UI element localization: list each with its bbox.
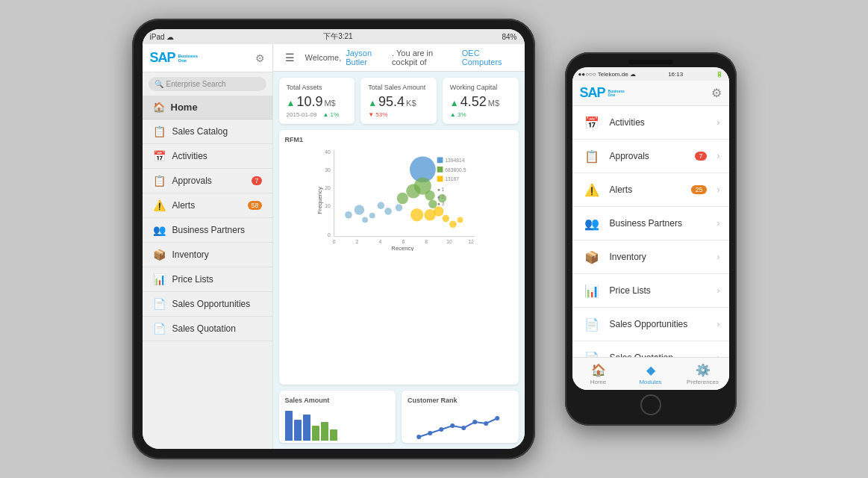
sidebar-item-sales-opp[interactable]: 📄 Sales Opportunities xyxy=(143,292,272,317)
bar-5 xyxy=(321,422,328,441)
hamburger-icon[interactable]: ☰ xyxy=(285,52,295,63)
sidebar-label-inventory: Inventory xyxy=(172,249,209,260)
phone-activities-label: Activities xyxy=(610,117,710,128)
svg-point-21 xyxy=(384,208,392,215)
svg-text:Frequency: Frequency xyxy=(316,187,323,214)
chevron-icon-5: › xyxy=(717,252,720,262)
tablet-status-left: iPad ☁ xyxy=(150,33,175,41)
phone-device: ●●○○○ Telekom.de ☁ 16:13 🔋 SAP Business … xyxy=(565,52,737,426)
tab-modules-icon: ◆ xyxy=(646,363,655,377)
sap-logo-text: SAP xyxy=(150,50,175,66)
svg-text:20: 20 xyxy=(325,185,331,190)
phone-status-right: 🔋 xyxy=(716,71,723,78)
customer-rank-chart xyxy=(408,407,513,444)
sap-logo: SAP Business One xyxy=(150,50,199,66)
company-text: . You are in cockpit of xyxy=(392,49,458,66)
rfm-chart-svg: 40 30 20 10 0 0 2 4 6 8 xyxy=(285,146,513,251)
sidebar-item-home[interactable]: 🏠 Home xyxy=(143,96,272,120)
sidebar-label-sales-catalog: Sales Catalog xyxy=(172,126,228,137)
svg-point-33 xyxy=(442,215,449,223)
kpi-sales-arrow: ▲ xyxy=(368,98,377,108)
sidebar-item-alerts[interactable]: ⚠️ Alerts 58 xyxy=(143,193,272,218)
sidebar-item-sales-quot[interactable]: 📄 Sales Quotation xyxy=(143,317,272,341)
sidebar-label-approvals: Approvals xyxy=(172,176,212,186)
tab-modules[interactable]: ◆ Modules xyxy=(625,358,677,390)
phone-sap-sub2: One xyxy=(608,93,625,97)
svg-text:0: 0 xyxy=(328,232,331,238)
kpi-row: Total Assets ▲ 10.9 M$ 2015-01-09 ▲ 1% xyxy=(273,72,525,130)
kpi-total-assets: Total Assets ▲ 10.9 M$ 2015-01-09 ▲ 1% xyxy=(279,78,355,124)
business-partners-icon: 👥 xyxy=(153,223,166,237)
tab-home-label: Home xyxy=(590,379,606,385)
phone-item-sales-quot[interactable]: 📄 Sales Quotation › xyxy=(572,341,729,357)
phone-item-sales-opp[interactable]: 📄 Sales Opportunities › xyxy=(572,308,729,341)
phone-item-price-lists[interactable]: 📊 Price Lists › xyxy=(572,274,729,308)
svg-point-18 xyxy=(362,217,368,223)
bar-3 xyxy=(303,415,310,441)
svg-point-34 xyxy=(449,220,457,228)
svg-text:● 2: ● 2 xyxy=(437,194,444,199)
tablet-status-center: 下午3:21 xyxy=(323,31,352,42)
sales-amount-title: Sales Amount xyxy=(285,397,390,404)
tablet-content: ☰ Welcome, Jayson Butler . You are in co… xyxy=(273,44,525,449)
price-lists-icon: 📊 xyxy=(153,273,166,286)
tab-preferences[interactable]: ⚙️ Preferences xyxy=(677,358,729,390)
kpi-wc-value: ▲ 4.52 M$ xyxy=(450,94,511,110)
kpi-arrow-up: ▲ xyxy=(287,98,296,108)
svg-text:1394814: 1394814 xyxy=(445,158,465,163)
phone-status-left: ●●○○○ Telekom.de ☁ xyxy=(578,71,636,78)
phone-camera xyxy=(628,60,673,64)
svg-point-32 xyxy=(433,206,443,217)
phone-bp-label: Business Partners xyxy=(610,218,710,229)
chevron-icon-6: › xyxy=(717,285,720,296)
bar-2 xyxy=(294,420,302,441)
phone-item-inventory[interactable]: 📦 Inventory › xyxy=(572,240,729,274)
svg-point-52 xyxy=(495,416,499,420)
tab-home[interactable]: 🏠 Home xyxy=(572,358,625,390)
charts-row: RFM1 40 30 20 10 0 xyxy=(273,130,525,391)
phone-home-button[interactable] xyxy=(640,394,661,415)
phone-gear-icon[interactable]: ⚙ xyxy=(711,86,722,100)
svg-point-22 xyxy=(395,204,402,211)
kpi-working-capital: Working Capital ▲ 4.52 M$ ▲ 3% xyxy=(443,78,519,124)
chevron-icon-3: › xyxy=(717,184,720,195)
svg-text:40: 40 xyxy=(325,149,331,155)
activities-icon: 📅 xyxy=(153,149,166,163)
sidebar-item-price-lists[interactable]: 📊 Price Lists xyxy=(143,267,272,292)
gear-icon[interactable]: ⚙ xyxy=(255,52,265,64)
svg-point-16 xyxy=(345,211,352,219)
sidebar-item-sales-catalog[interactable]: 📋 Sales Catalog xyxy=(143,120,272,144)
tablet-status-right: 84% xyxy=(502,33,516,41)
svg-text:683800.5: 683800.5 xyxy=(445,167,466,173)
svg-text:10: 10 xyxy=(446,239,452,244)
phone-item-alerts[interactable]: ⚠️ Alerts 25 › xyxy=(572,173,729,207)
phone-item-activities[interactable]: 📅 Activities › xyxy=(572,106,729,140)
phone-alerts-badge: 25 xyxy=(691,185,706,194)
phone-header: SAP Business One ⚙ xyxy=(572,81,729,106)
svg-rect-40 xyxy=(437,176,443,182)
welcome-text: Welcome, xyxy=(305,53,342,62)
tab-modules-label: Modules xyxy=(639,379,661,385)
customer-rank-title: Customer Rank xyxy=(408,397,513,404)
search-bar[interactable]: 🔍 Enterprise Search xyxy=(149,77,266,91)
sidebar-item-approvals[interactable]: 📋 Approvals 7 xyxy=(143,169,272,193)
phone-item-approvals[interactable]: 📋 Approvals 7 › xyxy=(572,140,729,173)
tablet-main: SAP Business One ⚙ 🔍 Enterprise Search xyxy=(143,44,525,449)
phone-approvals-label: Approvals xyxy=(610,151,688,161)
kpi-date: 2015-01-09 xyxy=(287,111,317,118)
tablet-sidebar: SAP Business One ⚙ 🔍 Enterprise Search xyxy=(143,44,273,449)
search-placeholder: Enterprise Search xyxy=(166,80,226,88)
sales-amount-card: Sales Amount xyxy=(279,391,396,443)
tablet-screen: iPad ☁ 下午3:21 84% SAP Business One xyxy=(143,29,525,449)
alerts-icon: ⚠️ xyxy=(153,199,166,212)
kpi-sales-change: ▼ 53% xyxy=(368,111,387,118)
sidebar-item-inventory[interactable]: 📦 Inventory xyxy=(143,243,272,267)
approvals-icon: 📋 xyxy=(153,174,166,187)
phone-item-bp[interactable]: 👥 Business Partners › xyxy=(572,207,729,240)
sidebar-item-activities[interactable]: 📅 Activities xyxy=(143,144,272,169)
kpi-sales-sub: ▼ 53% xyxy=(368,111,429,118)
approvals-badge: 7 xyxy=(252,176,261,185)
home-icon: 🏠 xyxy=(153,102,165,113)
bar-4 xyxy=(312,426,319,441)
sidebar-item-business-partners[interactable]: 👥 Business Partners xyxy=(143,218,272,243)
